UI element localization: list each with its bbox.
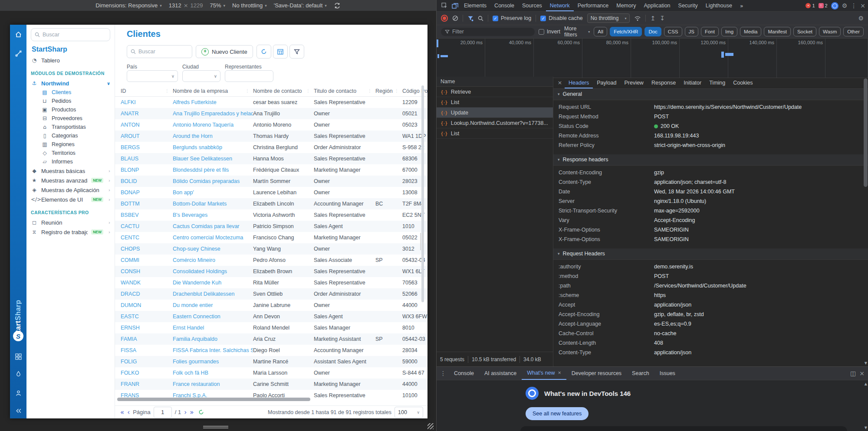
cell-company[interactable]: Bottom-Dollar Markets: [173, 198, 253, 209]
details-tab[interactable]: Preview: [620, 77, 647, 88]
cell-id[interactable]: DRACD: [121, 288, 173, 300]
request-type-chip[interactable]: Wasm: [819, 27, 841, 36]
cell-id[interactable]: EASTC: [121, 311, 173, 322]
cell-company[interactable]: Drachenblut Delikatessen: [173, 288, 253, 300]
cell-id[interactable]: FOLIG: [121, 356, 173, 367]
sidebar-item[interactable]: ⊟ Proveedores: [31, 114, 110, 122]
height-field[interactable]: 1229: [191, 2, 203, 9]
details-tab[interactable]: Headers: [565, 77, 593, 88]
cell-id[interactable]: FAMIA: [121, 333, 173, 345]
table-row[interactable]: FOLKO Folk och fä HB Maria Larsson Owner…: [115, 367, 427, 379]
request-row[interactable]: {·} Lookup.Northwind.Customer?v=17738...: [437, 118, 553, 128]
first-page-button[interactable]: «: [120, 408, 124, 416]
network-conditions-icon[interactable]: [634, 16, 641, 21]
export-har-icon[interactable]: ↧: [660, 15, 665, 22]
request-type-chip[interactable]: Manifest: [764, 27, 790, 36]
sidebar-item[interactable]: ◆ Muestras básicas ›: [31, 167, 110, 175]
drawer-tab[interactable]: What's new ×: [522, 367, 566, 380]
cell-company[interactable]: Consolidated Holdings: [173, 266, 253, 277]
table-vertical-scrollbar[interactable]: [421, 85, 424, 302]
throttling-dropdown[interactable]: No throttling ▾: [587, 13, 630, 23]
columns-button[interactable]: [273, 45, 288, 59]
column-grip-icon[interactable]: ⋮: [306, 85, 310, 96]
cell-id[interactable]: BERGS: [121, 142, 173, 153]
collapse-sidebar-icon[interactable]: [10, 408, 26, 414]
user-icon[interactable]: [10, 390, 26, 396]
more-tabs-icon[interactable]: »: [736, 0, 747, 11]
table-row[interactable]: BOTTM Bottom-Dollar Markets Elizabeth Li…: [115, 198, 427, 209]
width-field[interactable]: 1312: [169, 2, 181, 9]
drawer-kebab-icon[interactable]: ⋮: [440, 370, 446, 377]
devtools-tab[interactable]: Sources: [518, 0, 546, 11]
column-grip-icon[interactable]: ⋮: [165, 85, 169, 96]
request-type-chip[interactable]: CSS: [664, 27, 682, 36]
table-row[interactable]: BLAUS Blauer See Delikatessen Hanna Moos…: [115, 153, 427, 164]
cell-company[interactable]: Alfreds Futterkiste: [173, 97, 253, 108]
page-size-select[interactable]: 100 ∨: [395, 407, 423, 418]
devtools-sync-icon[interactable]: [831, 2, 838, 10]
table-row[interactable]: DUMON Du monde entier Janine Labrune Own…: [115, 300, 427, 311]
country-select[interactable]: ∨: [127, 70, 178, 82]
cell-company[interactable]: Comércio Mineiro: [173, 255, 253, 266]
clear-network-log-icon[interactable]: [452, 15, 458, 21]
close-tab-icon[interactable]: ×: [558, 367, 561, 379]
resize-corner[interactable]: [427, 423, 434, 429]
refresh-button[interactable]: [256, 45, 271, 59]
search-network-icon[interactable]: [478, 16, 483, 21]
cell-id[interactable]: COMMI: [121, 255, 173, 266]
see-all-features-button[interactable]: See all new features: [526, 407, 589, 420]
column-grip-icon[interactable]: ⋮: [368, 85, 372, 96]
scroll-up-arrow[interactable]: ▲: [865, 382, 867, 386]
cell-id[interactable]: CHOPS: [121, 243, 173, 255]
drawer-tab[interactable]: Search ×: [627, 367, 654, 380]
cell-id[interactable]: AROUT: [121, 131, 173, 142]
cell-id[interactable]: FOLKO: [121, 367, 173, 379]
close-drawer-icon[interactable]: ×: [859, 370, 865, 377]
cell-company[interactable]: Du monde entier: [173, 300, 253, 311]
table-row[interactable]: DRACD Drachenblut Delikatessen Sven Ottl…: [115, 288, 427, 300]
request-type-chip[interactable]: JS: [685, 27, 698, 36]
cell-company[interactable]: Ernst Handel: [173, 322, 253, 333]
table-row[interactable]: ANTON Antonio Moreno Taquería Antonio Mo…: [115, 119, 427, 131]
table-row[interactable]: WANDK Die Wandernde Kuh Rita Müller Sale…: [115, 277, 427, 288]
details-scrollbar-thumb[interactable]: [864, 78, 868, 187]
invert-checkbox[interactable]: Invert: [539, 29, 560, 35]
sidebar-item[interactable]: ◇ Territorios: [31, 149, 110, 157]
devtools-tab[interactable]: Memory: [612, 0, 640, 11]
new-client-button[interactable]: + Nuevo Cliente: [196, 45, 253, 58]
city-select[interactable]: ∨: [182, 70, 220, 82]
cell-id[interactable]: FRANR: [121, 379, 173, 390]
pagination-refresh-button[interactable]: [198, 409, 204, 415]
sidebar-item[interactable]: ◻ Reunión ›: [31, 218, 110, 227]
import-har-icon[interactable]: ↥: [650, 15, 655, 22]
column-header[interactable]: Nombre de contacto ⋮: [253, 85, 314, 96]
tools-icon[interactable]: [10, 50, 26, 57]
cell-company[interactable]: Bólido Comidas preparadas: [173, 176, 253, 187]
cell-company[interactable]: France restauration: [173, 379, 253, 390]
table-row[interactable]: BONAP Bon app' Laurence Lebihan Owner 13…: [115, 187, 427, 198]
table-row[interactable]: ALFKI Alfreds Futterkiste cesar beas sua…: [115, 97, 427, 108]
throttling-select[interactable]: No throttling ▾: [232, 2, 267, 9]
more-filters-dropdown[interactable]: More filters ▾: [564, 26, 590, 38]
details-tab[interactable]: Initiator: [680, 77, 705, 88]
inspect-element-icon[interactable]: [439, 1, 450, 10]
cell-company[interactable]: Berglunds snabbköp: [173, 142, 253, 153]
sidebar-item[interactable]: ▤ Clientes: [31, 88, 110, 96]
cell-company[interactable]: Bon app': [173, 187, 253, 198]
dimensions-select[interactable]: Dimensions: Responsive ▾: [95, 2, 162, 9]
cell-id[interactable]: DUMON: [121, 300, 173, 311]
details-tab[interactable]: Payload: [593, 77, 620, 88]
column-grip-icon[interactable]: ⋮: [395, 85, 399, 96]
cell-company[interactable]: Eastern Connection: [173, 311, 253, 322]
cell-company[interactable]: Chop-suey Chinese: [173, 243, 253, 255]
table-row[interactable]: COMMI Comércio Mineiro Pedro Afonso Sale…: [115, 255, 427, 266]
request-type-chip[interactable]: Media: [740, 27, 761, 36]
cell-company[interactable]: B's Beverages: [173, 209, 253, 221]
page-input[interactable]: 1: [154, 407, 172, 418]
save-data-select[interactable]: 'Save-Data': default ▾: [274, 2, 327, 9]
last-page-button[interactable]: »: [190, 408, 194, 416]
cell-id[interactable]: BSBEV: [121, 209, 173, 221]
table-row[interactable]: FOLIG Folies gourmandes Martine Rancé As…: [115, 356, 427, 367]
sidebar-item[interactable]: ⚓ Northwind ∨: [31, 79, 110, 88]
sidebar-item[interactable]: ★ Muestras avanzadas NEW ›: [31, 176, 110, 185]
